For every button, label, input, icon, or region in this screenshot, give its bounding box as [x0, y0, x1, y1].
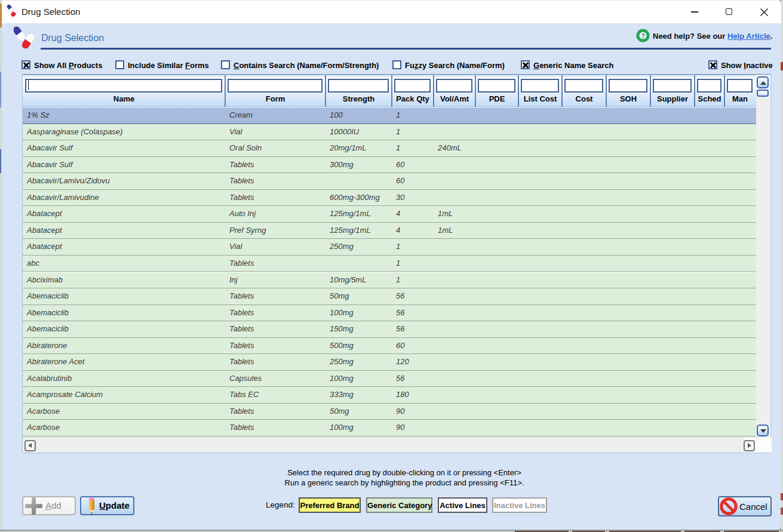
svg-text:?: ?: [641, 32, 645, 39]
